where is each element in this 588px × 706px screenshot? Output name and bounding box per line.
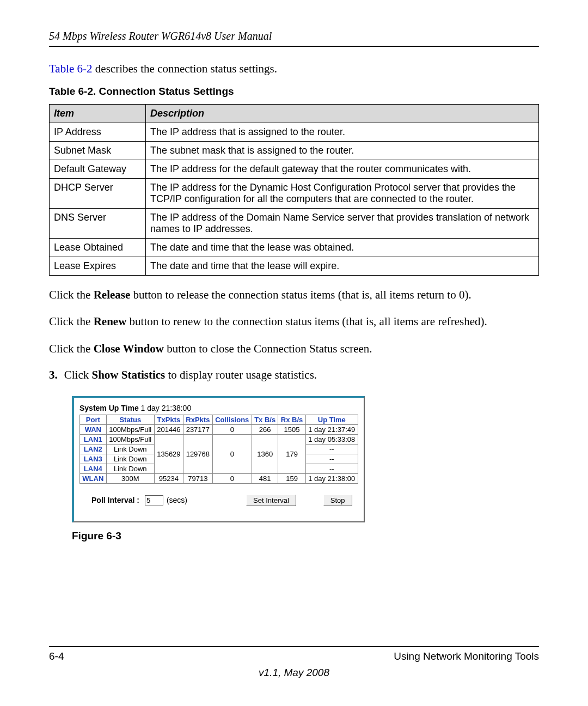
page-footer: 6-4 Using Network Monitoring Tools v1.1,… <box>49 646 539 679</box>
th-rxbs: Rx B/s <box>278 415 305 424</box>
cell-desc: The IP address of the Domain Name Servic… <box>146 209 539 239</box>
system-uptime: System Up Time 1 day 21:38:00 <box>79 404 358 412</box>
connection-status-table: Item Description IP AddressThe IP addres… <box>49 104 539 276</box>
step-3: 3. Click Show Statistics to display rout… <box>49 368 539 382</box>
cell-item: Default Gateway <box>50 160 146 179</box>
table-ref-link[interactable]: Table 6-2 <box>49 62 93 75</box>
table-row: Default GatewayThe IP address for the de… <box>50 160 539 179</box>
set-interval-button[interactable]: Set Interval <box>246 495 296 506</box>
th-item: Item <box>50 105 146 123</box>
footer-page-number: 6-4 <box>49 650 64 662</box>
th-description: Description <box>146 105 539 123</box>
poll-interval-label: Poll Interval : <box>91 496 139 504</box>
cell-desc: The IP address that is assigned to the r… <box>146 123 539 142</box>
th-rxpkts: RxPkts <box>183 415 212 424</box>
figure-caption: Figure 6-3 <box>72 530 365 542</box>
table-caption: Table 6-2. Connection Status Settings <box>49 86 539 98</box>
th-status: Status <box>106 415 154 424</box>
running-header: 54 Mbps Wireless Router WGR614v8 User Ma… <box>49 30 539 47</box>
th-uptime: Up Time <box>305 415 358 424</box>
table-row: IP AddressThe IP address that is assigne… <box>50 123 539 142</box>
table-row: Lease ExpiresThe date and time that the … <box>50 257 539 276</box>
table-row: DHCP ServerThe IP address for the Dynami… <box>50 179 539 209</box>
statistics-table: Port Status TxPkts RxPkts Collisions Tx … <box>79 415 358 484</box>
renew-paragraph: Click the Renew button to renew to the c… <box>49 314 539 329</box>
stats-row-lan1: LAN1 100Mbps/Full 135629 129768 0 1360 1… <box>80 434 358 444</box>
cell-desc: The subnet mask that is assigned to the … <box>146 142 539 160</box>
cell-desc: The IP address for the Dynamic Host Conf… <box>146 179 539 209</box>
th-txpkts: TxPkts <box>154 415 183 424</box>
intro-paragraph: Table 6-2 describes the connection statu… <box>49 62 539 76</box>
statistics-panel: System Up Time 1 day 21:38:00 Port Statu… <box>72 396 365 522</box>
cell-item: DHCP Server <box>50 179 146 209</box>
cell-item: IP Address <box>50 123 146 142</box>
poll-interval-unit: (secs) <box>167 496 187 504</box>
table-row: Lease ObtainedThe date and time that the… <box>50 239 539 257</box>
th-txbs: Tx B/s <box>252 415 278 424</box>
poll-interval-input[interactable] <box>145 495 163 506</box>
table-row: Subnet MaskThe subnet mask that is assig… <box>50 142 539 160</box>
intro-text: describes the connection status settings… <box>93 62 277 75</box>
cell-item: Lease Obtained <box>50 239 146 257</box>
cell-item: Lease Expires <box>50 257 146 276</box>
th-port: Port <box>80 415 107 424</box>
cell-item: Subnet Mask <box>50 142 146 160</box>
cell-desc: The IP address for the default gateway t… <box>146 160 539 179</box>
release-paragraph: Click the Release button to release the … <box>49 288 539 302</box>
poll-interval-row: Poll Interval : (secs) Set Interval Stop <box>79 495 358 506</box>
close-paragraph: Click the Close Window button to close t… <box>49 342 539 356</box>
cell-item: DNS Server <box>50 209 146 239</box>
table-row: DNS ServerThe IP address of the Domain N… <box>50 209 539 239</box>
stats-row-wlan: WLAN 300M 95234 79713 0 481 159 1 day 21… <box>80 473 358 483</box>
th-collisions: Collisions <box>212 415 252 424</box>
stop-button[interactable]: Stop <box>323 495 352 506</box>
stats-row-wan: WAN 100Mbps/Full 201446 237177 0 266 150… <box>80 424 358 434</box>
footer-version: v1.1, May 2008 <box>49 667 539 679</box>
footer-section: Using Network Monitoring Tools <box>394 650 539 662</box>
cell-desc: The date and time that the lease was obt… <box>146 239 539 257</box>
step-number: 3. <box>49 368 58 382</box>
cell-desc: The date and time that the lease will ex… <box>146 257 539 276</box>
